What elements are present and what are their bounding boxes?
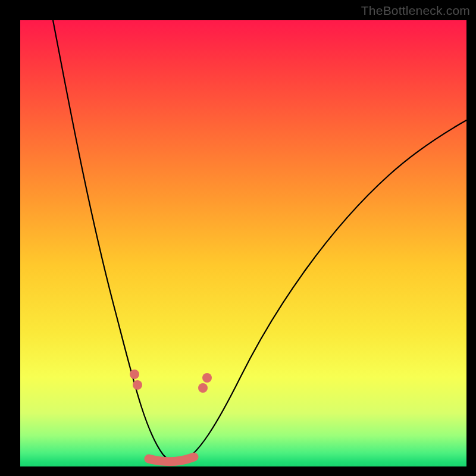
valley-bead-right-upper	[202, 373, 212, 383]
chart-frame: TheBottleneck.com	[0, 0, 476, 476]
plot-area	[20, 20, 466, 466]
valley-bead-right-lower	[198, 383, 208, 393]
valley-bead-left-upper	[130, 369, 139, 379]
valley-floor-highlight	[149, 457, 194, 462]
valley-bead-left-lower	[133, 380, 142, 390]
watermark-text: TheBottleneck.com	[361, 4, 470, 18]
curve-layer	[20, 20, 466, 466]
bottleneck-curve	[53, 20, 466, 462]
